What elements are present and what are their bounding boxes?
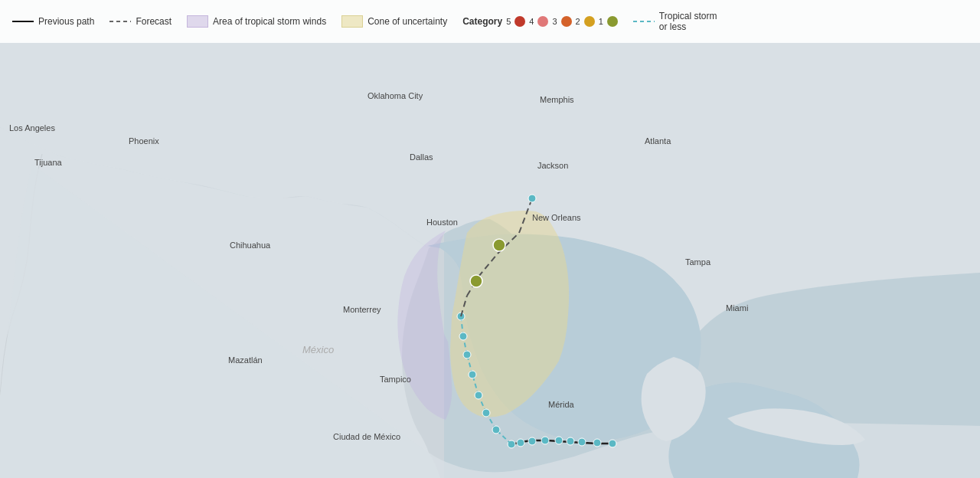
svg-point-9: [517, 439, 524, 447]
forecast-line-icon: [109, 21, 131, 22]
svg-point-21: [469, 371, 476, 378]
tropical-storm-line-icon: [633, 21, 655, 22]
legend-tropical-storm: Tropical storm or less: [633, 11, 717, 32]
legend-bar: Previous path Forecast Area of tropical …: [0, 0, 980, 43]
svg-text:Jackson: Jackson: [537, 161, 568, 170]
svg-point-32: [528, 195, 536, 202]
svg-text:New Orleans: New Orleans: [532, 213, 581, 222]
svg-text:Mazatlán: Mazatlán: [228, 355, 263, 365]
svg-point-18: [492, 426, 500, 434]
svg-text:Houston: Houston: [426, 218, 458, 227]
map-svg: Los Angeles Phoenix Tijuana Dallas Oklah…: [0, 43, 980, 478]
svg-point-22: [463, 351, 471, 358]
svg-point-2: [609, 440, 616, 447]
svg-point-23: [459, 332, 467, 340]
area-label: Area of tropical storm winds: [213, 16, 326, 27]
legend-forecast: Forecast: [109, 16, 172, 27]
cone-label: Cone of uncertainty: [368, 16, 447, 27]
area-box-icon: [187, 15, 208, 28]
svg-point-31: [470, 275, 482, 287]
cat-num-2: 2: [576, 17, 580, 26]
cat-num-1: 1: [599, 17, 603, 26]
svg-text:Mérida: Mérida: [548, 400, 575, 409]
svg-point-4: [578, 438, 586, 446]
previous-path-label: Previous path: [38, 16, 94, 27]
map-container: Previous path Forecast Area of tropical …: [0, 0, 980, 478]
svg-point-6: [555, 437, 563, 444]
svg-text:Los Angeles: Los Angeles: [9, 123, 55, 133]
legend-area: Area of tropical storm winds: [187, 15, 326, 28]
svg-text:Miami: Miami: [726, 303, 748, 313]
svg-text:Tijuana: Tijuana: [34, 158, 63, 167]
svg-point-20: [475, 391, 482, 399]
svg-text:Tampico: Tampico: [380, 375, 411, 384]
legend-previous-path: Previous path: [12, 16, 94, 27]
forecast-label: Forecast: [136, 16, 172, 27]
cone-box-icon: [341, 15, 363, 28]
category-label: Category: [462, 16, 502, 27]
svg-text:Chihuahua: Chihuahua: [230, 241, 271, 250]
cat-num-4: 4: [529, 17, 534, 26]
cat-dot-5: [514, 16, 525, 27]
svg-text:Tampa: Tampa: [685, 257, 711, 267]
svg-point-30: [493, 239, 505, 251]
cat-dot-2: [584, 16, 595, 27]
svg-point-5: [567, 437, 574, 445]
legend-category: Category 5 4 3 2 1: [462, 16, 618, 27]
svg-text:México: México: [302, 344, 334, 355]
cat-dot-4: [537, 16, 548, 27]
cat-num-5: 5: [506, 17, 511, 26]
legend-cone: Cone of uncertainty: [341, 15, 447, 28]
svg-point-7: [541, 437, 549, 444]
tropical-storm-label: Tropical storm or less: [659, 11, 717, 32]
cat-dot-1: [607, 16, 618, 27]
svg-text:Atlanta: Atlanta: [645, 136, 671, 146]
svg-text:Monterrey: Monterrey: [343, 305, 381, 314]
svg-text:Phoenix: Phoenix: [129, 136, 159, 146]
svg-text:Ciudad de México: Ciudad de México: [333, 432, 400, 441]
svg-point-19: [482, 409, 490, 417]
svg-text:Oklahoma City: Oklahoma City: [368, 91, 423, 100]
cat-num-3: 3: [552, 17, 557, 26]
svg-point-8: [528, 437, 536, 445]
cat-dot-3: [561, 16, 572, 27]
svg-text:Memphis: Memphis: [540, 95, 574, 104]
svg-point-3: [593, 439, 601, 447]
previous-path-line-icon: [12, 21, 34, 22]
svg-text:Dallas: Dallas: [410, 152, 433, 162]
